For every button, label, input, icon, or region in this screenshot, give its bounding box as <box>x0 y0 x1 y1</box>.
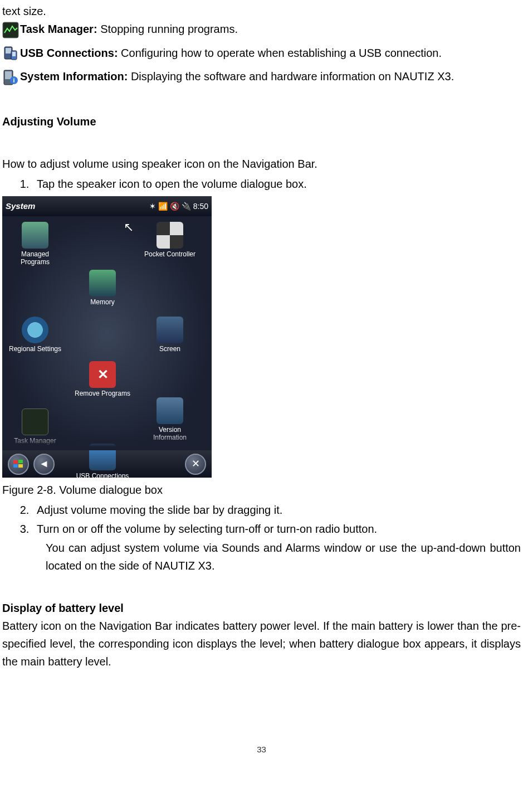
svg-rect-9 <box>13 460 18 464</box>
app-screen[interactable]: Screen <box>139 317 201 353</box>
screenshot-app-grid: ↖ Managed Programs Pocket Controller Mem… <box>2 216 212 450</box>
task-manager-app-icon <box>22 409 48 435</box>
app-managed-programs[interactable]: Managed Programs <box>4 222 66 266</box>
intro-fragment: text size. <box>2 2 521 20</box>
svg-rect-4 <box>12 52 16 56</box>
volume-step-1: Tap the speaker icon to open the volume … <box>32 175 521 193</box>
battery-paragraph: Battery icon on the Navigation Bar indic… <box>2 617 521 670</box>
app-remove-programs[interactable]: ✕ Remove Programs <box>58 361 147 398</box>
back-button[interactable]: ◄ <box>33 454 55 475</box>
svg-rect-11 <box>13 464 18 468</box>
status-signal-icon: 📶 <box>158 200 168 212</box>
screenshot-title: System <box>6 200 35 213</box>
svg-rect-10 <box>18 460 23 463</box>
volume-step-2: Adjust volume moving the slide bar by dr… <box>32 501 521 519</box>
app-label: Memory <box>90 298 114 306</box>
status-time: 8:50 <box>193 200 208 212</box>
app-regional-settings[interactable]: Regional Settings <box>4 317 66 353</box>
app-label: Managed Programs <box>21 250 50 266</box>
status-speaker-icon: 🔇 <box>170 200 179 212</box>
volume-steps-list-2: Adjust volume moving the slide bar by dr… <box>32 501 521 538</box>
app-label: Screen <box>159 345 180 353</box>
volume-intro: How to adjust volume using speaker icon … <box>2 155 521 173</box>
adjusting-volume-heading: Adjusting Volume <box>2 113 521 130</box>
svg-text:i: i <box>13 77 14 84</box>
sysinfo-icon: i <box>2 69 19 86</box>
pocket-controller-icon <box>157 222 183 249</box>
managed-programs-icon <box>22 222 48 249</box>
version-info-icon <box>157 397 183 424</box>
close-button[interactable]: ✕ <box>185 454 206 475</box>
sysinfo-label: System Information: <box>20 70 128 82</box>
sysinfo-def-row: i System Information: Displaying the sof… <box>2 67 521 86</box>
page-number: 33 <box>2 743 521 756</box>
usb-icon <box>2 45 19 62</box>
app-label: Remove Programs <box>75 390 130 397</box>
app-label: Regional Settings <box>9 345 61 353</box>
screen-icon <box>157 317 183 343</box>
task-manager-desc: Stopping running programs. <box>97 23 238 35</box>
system-settings-screenshot: System ✶ 📶 🔇 🔌 8:50 ↖ Managed Programs P… <box>2 196 212 478</box>
svg-rect-12 <box>18 464 23 468</box>
app-memory[interactable]: Memory <box>72 270 133 307</box>
screenshot-status-bar: System ✶ 📶 🔇 🔌 8:50 <box>2 196 212 216</box>
status-star-icon: ✶ <box>149 200 156 212</box>
status-plug-icon: 🔌 <box>182 200 191 212</box>
sysinfo-desc: Displaying the software and hardware inf… <box>128 70 454 82</box>
usb-desc: Configuring how to operate when establis… <box>118 47 442 59</box>
battery-heading: Display of battery level <box>2 599 521 617</box>
svg-rect-6 <box>5 71 12 79</box>
volume-steps-list-1: Tap the speaker icon to open the volume … <box>32 175 521 193</box>
app-pocket-controller[interactable]: Pocket Controller <box>139 222 201 259</box>
start-button[interactable] <box>8 454 29 475</box>
app-label: USB Connections <box>76 472 129 478</box>
usb-label: USB Connections: <box>20 47 118 59</box>
task-manager-icon <box>2 22 19 38</box>
volume-note: You can adjust system volume via Sounds … <box>46 539 521 575</box>
task-manager-def-row: Task Manager: Stopping running programs. <box>2 20 521 38</box>
svg-rect-2 <box>6 48 11 54</box>
regional-settings-icon <box>22 317 48 343</box>
remove-programs-icon: ✕ <box>89 361 116 388</box>
volume-step-3: Turn on or off the volume by selecting t… <box>32 520 521 538</box>
usb-def-row: USB Connections: Configuring how to oper… <box>2 44 521 62</box>
cursor-icon: ↖ <box>124 217 134 237</box>
task-manager-label: Task Manager: <box>20 23 97 35</box>
memory-icon <box>89 270 116 296</box>
figure-caption: Figure 2-8. Volume dialogue box <box>2 481 521 499</box>
app-label: Pocket Controller <box>144 250 195 258</box>
